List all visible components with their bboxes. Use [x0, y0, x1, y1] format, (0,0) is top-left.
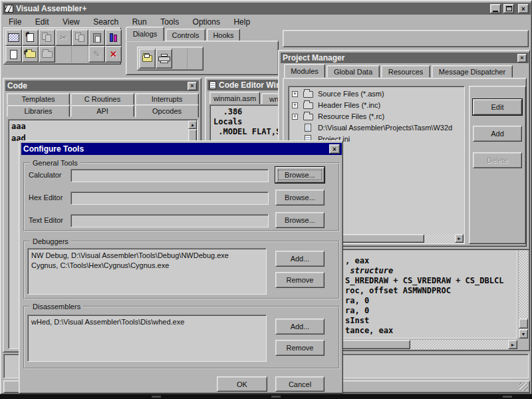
project-manager-close-button[interactable]: × [517, 54, 527, 63]
maximize-button[interactable] [503, 4, 514, 13]
tree-item-label[interactable]: Source Files (*.asm) [318, 90, 384, 98]
print-dialog-button[interactable] [156, 49, 172, 68]
taskbar-tick [271, 396, 281, 398]
toolbar-exit-button[interactable] [105, 29, 122, 46]
tab-templates[interactable]: Templates [7, 93, 70, 105]
menu-edit[interactable]: Edit [30, 17, 55, 27]
hex-editor-input[interactable] [70, 192, 269, 205]
text-editor-browse-button[interactable]: Browse... [275, 212, 325, 228]
tab-api[interactable]: API [70, 105, 134, 117]
text-editor-input[interactable] [70, 214, 269, 227]
disassemblers-add-button[interactable]: Add... [275, 319, 325, 334]
menu-view[interactable]: View [57, 17, 85, 27]
tree-row[interactable]: D:\Visual Assembler\Projects\Tasm\W32d [289, 122, 464, 134]
main-window-title: Visual Assembler+ [16, 4, 86, 13]
toolbar-file-export-button[interactable]: ↱ [22, 29, 39, 46]
paste-icon [93, 33, 101, 43]
tab-opcodes[interactable]: Opcodes [135, 104, 199, 118]
tree-row[interactable]: + Source Files (*.asm) [289, 88, 464, 100]
scroll-right-button[interactable]: ► [455, 234, 464, 243]
tab-c-routines[interactable]: C Routines [70, 93, 134, 105]
toolbar-folder-export-button[interactable]: ↱ [22, 46, 39, 63]
menu-help[interactable]: Help [228, 17, 255, 27]
menu-run[interactable]: Run [127, 17, 152, 27]
file-export-icon: ↱ [27, 33, 34, 42]
code-editor-text-top[interactable]: .386 Locals .MODEL FLAT,S [213, 107, 281, 137]
copy-icon [75, 33, 85, 43]
cut-icon: ✂ [60, 33, 67, 43]
scroll-down-button[interactable]: ▼ [519, 329, 528, 338]
tab-resources[interactable]: Resources [381, 65, 430, 78]
project-manager-titlebar[interactable]: Project Manager × [281, 53, 529, 63]
tab-interrupts[interactable]: Interrupts [135, 93, 199, 105]
cancel-button[interactable]: Cancel [275, 376, 325, 392]
maximize-icon [506, 6, 512, 11]
menu-options[interactable]: Options [188, 17, 225, 27]
hex-editor-browse-button[interactable]: Browse... [275, 190, 325, 205]
tree-row[interactable]: + Resource Files (*.rc) [289, 111, 464, 122]
add-button[interactable]: Add [473, 126, 522, 142]
menu-tools[interactable]: Tools [155, 17, 184, 27]
tab-hooks[interactable]: Hooks [207, 29, 240, 41]
toolbar-files-copy-button[interactable] [39, 29, 55, 46]
calculator-browse-button[interactable]: Browse... [275, 167, 325, 183]
expand-plus-icon[interactable]: + [292, 114, 298, 120]
tab-message-dispatcher[interactable]: Message Dispatcher [432, 65, 513, 78]
debuggers-listbox[interactable]: NW Debug, D:\Visual Assembler\Tools\Debu… [27, 248, 267, 295]
scroll-right-button[interactable]: ► [508, 340, 517, 349]
open-dialog-button[interactable] [139, 49, 156, 68]
tab-modules[interactable]: Modules [284, 64, 325, 78]
tab-controls[interactable]: Controls [166, 29, 205, 41]
debuggers-remove-button[interactable]: Remove [275, 272, 325, 288]
list-item[interactable]: aaa [9, 120, 198, 133]
edit-button[interactable]: Edit [473, 99, 522, 115]
vscroll-thumb[interactable] [519, 319, 528, 329]
toolbar-dialog-grid-button[interactable] [5, 29, 22, 46]
taskbar-edge [0, 394, 532, 399]
calculator-input[interactable] [70, 169, 269, 182]
debuggers-add-button[interactable]: Add... [275, 251, 325, 267]
code-window-titlebar[interactable]: Code × [5, 80, 199, 91]
main-toolbar: ↱ ✂ ↱ ✎ ✕ [3, 27, 121, 65]
disassemblers-listbox[interactable]: wHed, D:\Visual Assembler\Tools\Dis\whed… [27, 315, 267, 362]
tree-item-label[interactable]: Header Files (*.inc) [318, 101, 380, 109]
resize-grip[interactable] [519, 382, 528, 391]
exit-icon [110, 33, 117, 42]
list-item[interactable]: NW Debug, D:\Visual Assembler\Tools\Debu… [31, 251, 263, 261]
toolbar-blank-slot [55, 46, 72, 63]
toolbar-delete-button[interactable]: ✕ [105, 46, 122, 63]
minimize-button[interactable] [490, 4, 501, 13]
list-item[interactable]: wHed, D:\Visual Assembler\Tools\Dis\whed… [31, 317, 263, 327]
tree-item-label[interactable]: D:\Visual Assembler\Projects\Tasm\W32d [318, 124, 452, 132]
ok-button[interactable]: OK [217, 376, 267, 392]
delete-button[interactable]: Delete [473, 152, 522, 168]
code-editor-text-bottom[interactable]: , eax structure S_HREDRAW + CS_VREDRAW +… [345, 256, 503, 336]
configure-tools-titlebar[interactable]: Configure Tools × [21, 143, 342, 155]
project-manager-title: Project Manager [283, 53, 344, 63]
menu-search[interactable]: Search [88, 17, 124, 27]
tab-dialogs[interactable]: Dialogs [126, 27, 164, 41]
toolbar-edit-pencil-button[interactable]: ✎ [88, 46, 105, 63]
toolbar-paste-button[interactable] [88, 29, 105, 46]
configure-tools-title: Configure Tools [23, 144, 84, 154]
scroll-up-button[interactable]: ▲ [188, 120, 197, 129]
tab-libraries[interactable]: Libraries [7, 105, 70, 117]
code-window-close-button[interactable]: × [188, 82, 197, 90]
tab-winmain-asm[interactable]: winmain.asm [209, 92, 260, 104]
expand-plus-icon[interactable]: + [292, 102, 298, 108]
folder-page-icon [144, 54, 150, 58]
tree-item-label[interactable]: Resource Files (*.rc) [318, 112, 384, 120]
main-titlebar[interactable]: Visual Assembler+ × [3, 3, 531, 15]
toolbar-copy-button[interactable] [72, 29, 88, 46]
toolbar-new-file-button[interactable] [5, 46, 22, 63]
toolbar-cut-button[interactable]: ✂ [55, 29, 72, 46]
tree-row[interactable]: + Header Files (*.inc) [289, 100, 464, 111]
list-item[interactable]: Cygnus, C:\Tools\Hex\Cygnus\Cygnus.exe [31, 261, 263, 271]
disassemblers-remove-button[interactable]: Remove [275, 340, 325, 356]
configure-tools-close-button[interactable]: × [329, 144, 340, 154]
expand-plus-icon[interactable]: + [292, 91, 298, 97]
close-button[interactable]: × [518, 4, 529, 13]
toolbar-folder-button[interactable] [39, 46, 55, 63]
menu-file[interactable]: File [3, 17, 27, 27]
tab-global-data[interactable]: Global Data [327, 65, 380, 78]
